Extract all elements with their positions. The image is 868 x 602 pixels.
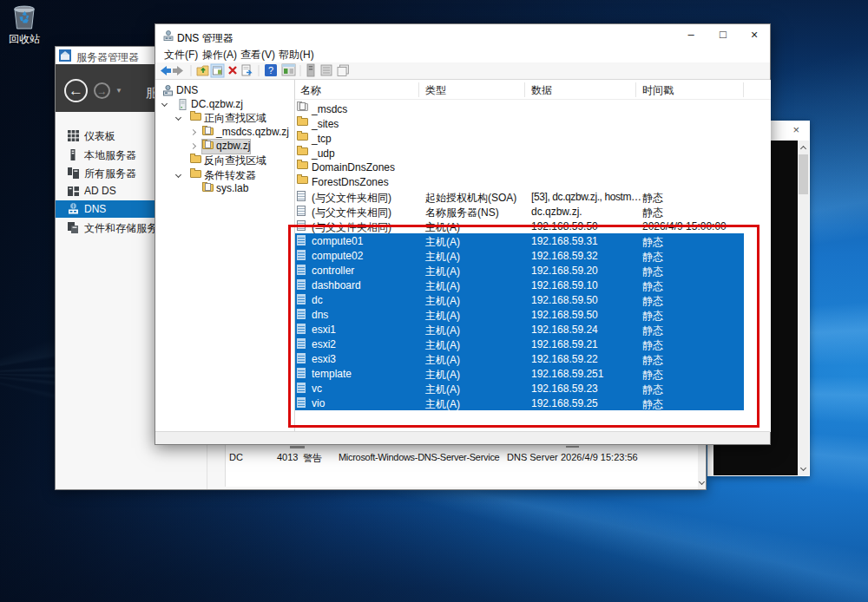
svg-text:?: ? bbox=[268, 65, 273, 75]
